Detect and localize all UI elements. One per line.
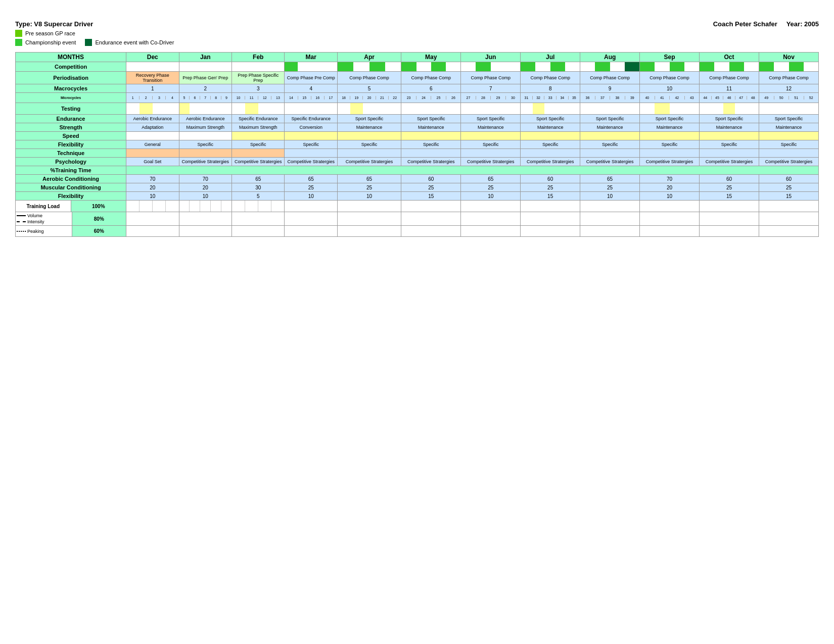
tload2-sep: [640, 212, 700, 226]
str-mar: Conversion: [285, 123, 337, 132]
musc-nov: 25: [759, 183, 819, 192]
tech-sep: [640, 149, 700, 158]
aerobic-cond-label: Aerobic Conditioning: [16, 175, 126, 183]
flex-sep: Specific: [640, 140, 700, 149]
tload1-sep: [640, 201, 700, 212]
test-feb: [231, 103, 284, 115]
tload1-feb: [231, 201, 284, 212]
aero-feb: 65: [231, 175, 284, 183]
speed-nov: [759, 132, 819, 140]
macro-11: 11: [700, 84, 759, 93]
aero-jul: 60: [521, 175, 580, 183]
tload3-sep: [640, 226, 700, 237]
year-label: Year: 2005: [786, 20, 819, 28]
flexpct-mar: 10: [285, 192, 337, 201]
psy-jul: Competitive Stratergies: [521, 158, 580, 166]
end-sep: Sport Specific: [640, 115, 700, 123]
tload1-aug: [580, 201, 640, 212]
musc-feb: 30: [231, 183, 284, 192]
legend-box-1: [15, 30, 22, 37]
aero-oct: 60: [700, 175, 759, 183]
speed-jan: [179, 132, 231, 140]
tload3-feb: [231, 226, 284, 237]
tload3-jun: [461, 226, 521, 237]
str-dec: Adaptation: [126, 123, 179, 132]
macro-5: 5: [337, 84, 401, 93]
aero-apr: 65: [337, 175, 401, 183]
comp-apr: [337, 62, 401, 72]
legend-text-1: Pre season GP race: [25, 30, 75, 36]
tech-dec: [126, 149, 179, 158]
technique-row: Technique: [16, 149, 819, 158]
tload3-jul: [521, 226, 580, 237]
flex-apr: Specific: [337, 140, 401, 149]
legend-text-2: Championship event: [25, 39, 76, 45]
tech-jun: [461, 149, 521, 158]
testing-row: Testing: [16, 103, 819, 115]
flexpct-sep: 10: [640, 192, 700, 201]
period-aug: Comp Phase Comp: [580, 72, 640, 84]
psy-nov: Competitive Stratergies: [759, 158, 819, 166]
flexpct-oct: 15: [700, 192, 759, 201]
end-aug: Sport Specific: [580, 115, 640, 123]
flex-aug: Specific: [580, 140, 640, 149]
tload2-aug: [580, 212, 640, 226]
tech-aug: [580, 149, 640, 158]
str-jun: Maintenance: [461, 123, 521, 132]
musc-jan: 20: [179, 183, 231, 192]
comp-sep: [640, 62, 700, 72]
tload1-nov: [759, 201, 819, 212]
comp-nov: [759, 62, 819, 72]
str-aug: Maintenance: [580, 123, 640, 132]
musc-may: 25: [401, 183, 461, 192]
test-dec: [126, 103, 179, 115]
header: Type: V8 Supercar Driver Pre season GP r…: [15, 20, 819, 46]
months-header-label: MONTHS: [16, 53, 126, 62]
tload3-nov: [759, 226, 819, 237]
micro-oct: 44 45 46 47 48: [700, 93, 759, 103]
tload3-may: [401, 226, 461, 237]
macro-12: 12: [759, 84, 819, 93]
psy-dec: Goal Set: [126, 158, 179, 166]
test-apr: [337, 103, 401, 115]
macro-10: 10: [640, 84, 700, 93]
muscular-cond-label: Muscular Conditioning: [16, 183, 126, 192]
comp-mar: [285, 62, 337, 72]
str-nov: Maintenance: [759, 123, 819, 132]
speed-feb: [231, 132, 284, 140]
end-may: Sport Specific: [401, 115, 461, 123]
speed-jul: [521, 132, 580, 140]
psy-mar: Competitive Stratergies: [285, 158, 337, 166]
comp-feb: [231, 62, 284, 72]
flexpct-feb: 5: [231, 192, 284, 201]
macro-6: 6: [401, 84, 461, 93]
flexpct-jul: 15: [521, 192, 580, 201]
flex-feb: Specific: [231, 140, 284, 149]
periodisation-row: Periodisation Recovery Phase Transition …: [16, 72, 819, 84]
macrocycles-row: Macrocycles 1 2 3 4 5 6 7 8 9 10 11 12: [16, 84, 819, 93]
comp-may: [401, 62, 461, 72]
psy-oct: Competitive Stratergies: [700, 158, 759, 166]
test-mar: [285, 103, 337, 115]
training-load-row1: Training Load 100%: [16, 201, 819, 212]
microcycles-label: Microcycles: [16, 93, 126, 103]
flexibility-pct-row: Flexibility 10 10 5 10 10 15 10 15 10 10…: [16, 192, 819, 201]
pct-training-span: [126, 166, 819, 175]
strength-label: Strength: [16, 123, 126, 132]
tload1-jan: [179, 201, 231, 212]
legend-row-1: Pre season GP race: [15, 30, 174, 37]
tload2-oct: [700, 212, 759, 226]
competition-row: Competition: [16, 62, 819, 72]
psy-jun: Competitive Stratergies: [461, 158, 521, 166]
flexpct-dec: 10: [126, 192, 179, 201]
muscular-cond-row: Muscular Conditioning 20 20 30 25 25 25 …: [16, 183, 819, 192]
month-aug: Aug: [580, 53, 640, 62]
musc-aug: 25: [580, 183, 640, 192]
legend-box-3: [85, 39, 92, 46]
test-jun: [461, 103, 521, 115]
month-mar: Mar: [285, 53, 337, 62]
test-nov: [759, 103, 819, 115]
period-may: Comp Phase Comp: [401, 72, 461, 84]
test-sep: [640, 103, 700, 115]
period-jul: Comp Phase Comp: [521, 72, 580, 84]
